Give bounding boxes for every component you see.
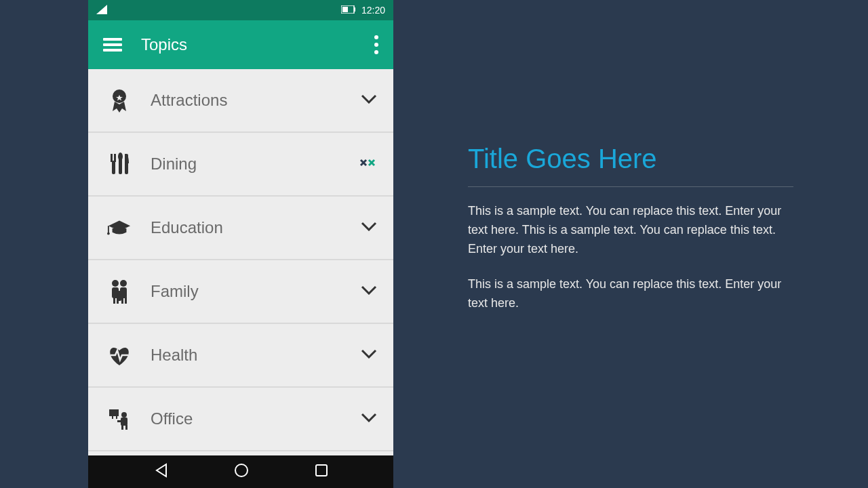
svg-point-9 bbox=[118, 152, 123, 161]
phone-mockup: 12:20 Topics Attractions bbox=[88, 0, 393, 488]
list-item-health[interactable]: Health bbox=[88, 324, 393, 388]
signal-icon bbox=[96, 5, 107, 16]
svg-point-15 bbox=[120, 280, 127, 287]
svg-rect-21 bbox=[125, 297, 127, 304]
status-time: 12:20 bbox=[361, 5, 385, 16]
android-nav-bar bbox=[88, 455, 393, 488]
svg-rect-33 bbox=[316, 465, 327, 476]
svg-rect-18 bbox=[113, 297, 115, 304]
svg-rect-30 bbox=[125, 425, 127, 430]
list-item-education[interactable]: Education bbox=[88, 197, 393, 260]
graduation-cap-icon bbox=[107, 216, 132, 240]
topics-list: Attractions Dining bbox=[88, 69, 393, 455]
svg-rect-31 bbox=[117, 420, 123, 422]
status-bar: 12:20 bbox=[88, 0, 393, 20]
page-title: Title Goes Here bbox=[468, 144, 793, 187]
office-presentation-icon bbox=[107, 407, 132, 431]
award-ribbon-icon bbox=[107, 88, 132, 113]
list-item-family[interactable]: Family bbox=[88, 260, 393, 324]
svg-rect-2 bbox=[354, 7, 355, 12]
heart-pulse-icon bbox=[107, 343, 132, 367]
svg-rect-5 bbox=[111, 154, 113, 162]
app-bar: Topics bbox=[88, 20, 393, 69]
family-icon bbox=[107, 279, 132, 304]
content-pane: Title Goes Here This is a sample text. Y… bbox=[468, 144, 793, 329]
more-icon[interactable] bbox=[374, 35, 378, 54]
list-item-label: Attractions bbox=[151, 91, 361, 110]
recent-apps-button[interactable] bbox=[315, 464, 328, 480]
cross-marks-icon bbox=[359, 157, 377, 171]
back-button[interactable] bbox=[154, 463, 169, 481]
chevron-down-icon bbox=[361, 285, 377, 298]
svg-point-13 bbox=[107, 232, 110, 235]
chevron-down-icon bbox=[361, 349, 377, 361]
chevron-down-icon bbox=[361, 413, 377, 425]
menu-icon[interactable] bbox=[103, 38, 122, 52]
list-item-attractions[interactable]: Attractions bbox=[88, 69, 393, 133]
utensils-icon bbox=[107, 152, 132, 176]
chevron-down-icon bbox=[361, 222, 377, 234]
svg-rect-20 bbox=[121, 297, 123, 304]
home-button[interactable] bbox=[234, 463, 249, 481]
svg-rect-29 bbox=[121, 425, 123, 430]
body-paragraph: This is a sample text. You can replace t… bbox=[468, 275, 793, 313]
svg-rect-23 bbox=[117, 294, 121, 301]
page-body: This is a sample text. You can replace t… bbox=[468, 202, 793, 312]
list-item-label: Office bbox=[151, 409, 361, 428]
list-item-label: Health bbox=[151, 346, 361, 365]
list-item-office[interactable]: Office bbox=[88, 388, 393, 451]
chevron-down-icon bbox=[361, 94, 377, 106]
app-title: Topics bbox=[141, 35, 374, 54]
battery-icon bbox=[341, 5, 356, 16]
svg-rect-25 bbox=[112, 416, 113, 419]
svg-rect-24 bbox=[109, 409, 119, 416]
body-paragraph: This is a sample text. You can replace t… bbox=[468, 202, 793, 259]
list-item-label: Education bbox=[151, 218, 361, 237]
svg-point-32 bbox=[235, 464, 248, 476]
svg-rect-7 bbox=[112, 161, 115, 174]
svg-rect-26 bbox=[116, 416, 117, 419]
svg-rect-1 bbox=[342, 7, 348, 12]
list-item-label: Dining bbox=[151, 155, 359, 174]
list-item-dining[interactable]: Dining bbox=[88, 133, 393, 197]
svg-point-14 bbox=[112, 280, 119, 287]
svg-point-27 bbox=[121, 412, 127, 418]
list-item-label: Family bbox=[151, 282, 361, 301]
